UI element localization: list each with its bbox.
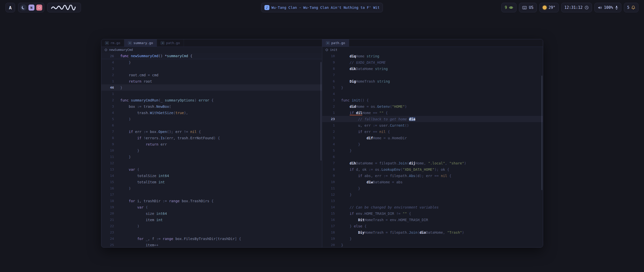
code-line[interactable]: 11 }	[322, 185, 543, 191]
clock-widget[interactable]: 12:31:12	[561, 3, 592, 12]
media-player-widget[interactable]: ♪ Wu-Tang Clan - Wu-Tang Clan Ain't Nuth…	[261, 3, 383, 12]
code-line[interactable]: 9 // $XDG_DATA_HOME	[322, 59, 543, 65]
scrollbar-left[interactable]	[320, 62, 321, 161]
code-token: }	[120, 155, 131, 159]
volume-widget[interactable]: 100%	[594, 3, 621, 12]
code-area-left[interactable]: 4 }32 root.cmd = cmd1 return root46}12fu…	[101, 59, 322, 247]
code-line[interactable]: 17 } else {	[322, 223, 543, 229]
code-line[interactable]: 14 // Can be changed by environment vari…	[322, 204, 543, 210]
code-token: int64	[156, 212, 167, 216]
weather-widget[interactable]: 29°	[539, 3, 559, 12]
code-line[interactable]: 4 }	[322, 141, 543, 147]
code-token: NewBox	[156, 105, 169, 109]
code-line[interactable]: 21 item int	[101, 217, 322, 223]
code-line[interactable]: 4 trash.WithGetSize(true),	[101, 110, 322, 116]
code-line[interactable]: 3func init() {	[322, 97, 543, 103]
code-line[interactable]: 3 box := trash.NewBox(	[101, 103, 322, 110]
code-line[interactable]: 1 if dilHome == "" {	[322, 110, 543, 116]
keyboard-layout-widget[interactable]: US	[519, 3, 537, 12]
code-line[interactable]: 1 u, err := user.Current()	[322, 122, 543, 128]
code-line[interactable]: 5}	[322, 84, 543, 91]
code-area-right[interactable]: 10 diqHome string9 // $XDG_DATA_HOME8 di…	[322, 53, 543, 247]
code-line[interactable]: 15 totalItem int	[101, 179, 322, 185]
code-line[interactable]: 4	[322, 91, 543, 97]
code-token: cmd	[152, 73, 158, 77]
code-line[interactable]: 6	[322, 154, 543, 160]
code-line[interactable]: 13 var (	[101, 166, 322, 173]
code-token: .	[148, 111, 150, 115]
code-line[interactable]: 8 if d, ok := os.LookupEnv("XDG_DATA_HOM…	[322, 166, 543, 173]
code-line[interactable]: 1	[101, 91, 322, 97]
tab-label: path.go	[166, 41, 180, 45]
code-token: HomeTrash	[356, 79, 377, 83]
code-line[interactable]: 12 }	[322, 191, 543, 198]
code-line[interactable]: 24 for _, f := range box.FilesByTrashDir…	[101, 235, 322, 242]
code-line[interactable]: 16 DitHomeTrash = env.HOME_TRASH_DIR	[322, 217, 543, 223]
breadcrumb-symbol-name: init	[330, 48, 337, 52]
code-line[interactable]: 3	[101, 65, 322, 72]
code-line[interactable]: 15 if env.HOME_TRASH_DIR != "" {	[322, 210, 543, 217]
code-line[interactable]: 20 size int64	[101, 210, 322, 217]
launcher-button[interactable]: A	[6, 3, 15, 12]
code-line[interactable]: 8 if !errors.Is(err, trash.ErrNotFound) …	[101, 135, 322, 141]
code-line[interactable]: 5 }	[322, 147, 543, 154]
code-line[interactable]: 22 )	[101, 223, 322, 229]
code-line[interactable]: 6	[101, 122, 322, 128]
code-line[interactable]: 13	[322, 198, 543, 204]
code-line[interactable]: 7 dihDataHome = filepath.Join(dijHome, "…	[322, 160, 543, 166]
updates-widget[interactable]: 9	[501, 3, 516, 12]
code-line[interactable]: 9 if abs, err := filepath.Abs(d); err ==…	[322, 173, 543, 179]
scrollbar-right[interactable]	[541, 76, 542, 190]
code-line[interactable]: 10 diwDataHome = abs	[322, 179, 543, 185]
code-line[interactable]: 17	[101, 191, 322, 198]
code-line[interactable]: 2 didHome = os.Getenv("HOME")	[322, 103, 543, 110]
code-line[interactable]: 12	[101, 160, 322, 166]
code-line[interactable]: 14 totalSize int64	[101, 173, 322, 179]
code-line[interactable]: 2 root.cmd = cmd	[101, 72, 322, 78]
code-line[interactable]: 20}	[322, 242, 543, 247]
code-token: .	[158, 136, 160, 140]
code-token: errors	[146, 136, 158, 140]
code-line[interactable]: 9 return err	[101, 141, 322, 147]
code-token: i, trashDir	[135, 199, 163, 203]
code-line[interactable]: 5 )	[101, 116, 322, 122]
tab-summary.go[interactable]: GOsummary.go	[124, 39, 157, 47]
workspace-icon-mail[interactable]	[36, 5, 42, 11]
code-line[interactable]: 4 }	[101, 59, 322, 65]
code-token: (	[415, 174, 417, 178]
code-line[interactable]: 8 dikDataHome string	[322, 65, 543, 72]
notification-count: 5	[627, 5, 629, 10]
code-line[interactable]: 10 diqHome string	[322, 53, 543, 59]
code-line[interactable]: 7 if err := box.Open(); err != nil {	[101, 128, 322, 135]
code-line[interactable]: 2 if err == nil {	[322, 128, 543, 135]
code-line[interactable]: 1 return root	[101, 78, 322, 84]
code-token: {	[386, 130, 390, 134]
notifications-widget[interactable]: 5	[624, 3, 638, 12]
breadcrumb-right[interactable]: init	[322, 47, 543, 53]
code-line[interactable]: 10 }	[101, 147, 322, 154]
code-line[interactable]: 25 item++	[101, 242, 322, 247]
code-line[interactable]: 16 )	[101, 185, 322, 191]
code-line[interactable]: 18 for i, trashDir := range box.TrashDir…	[101, 198, 322, 204]
breadcrumb-left[interactable]: newSummaryCmd	[101, 47, 322, 53]
tab-path.go[interactable]: GOpath.go	[157, 39, 184, 47]
code-line[interactable]: 46}	[101, 84, 322, 91]
line-number: 3	[101, 67, 114, 71]
code-line[interactable]: 2func summaryCmdRun(_ summaryOptions) er…	[101, 97, 322, 103]
code-token: d	[418, 174, 420, 178]
tab-path.go[interactable]: GOpath.go	[322, 39, 349, 47]
code-line[interactable]: 19 var (	[101, 204, 322, 210]
code-line[interactable]: 18 DiyHomeTrash = filepath.Join(dioDataH…	[322, 229, 543, 235]
code-line[interactable]: 23 // fallback to get home dia	[322, 116, 543, 122]
code-line[interactable]: 19 }	[322, 235, 543, 242]
tab-rm.go[interactable]: GOrm.go	[101, 39, 124, 47]
workspace-icon-1[interactable]	[20, 4, 27, 11]
workspace-icon-neovim[interactable]: N	[28, 5, 34, 11]
line-number: 1	[322, 111, 335, 115]
code-line[interactable]: 11 }	[101, 154, 322, 160]
code-line[interactable]: 3 difHome = u.HomeDir	[322, 135, 543, 141]
code-token	[341, 136, 367, 140]
code-line[interactable]: 23	[101, 229, 322, 235]
code-line[interactable]: 6 DigHomeTrash string	[322, 78, 543, 84]
code-line[interactable]: 7	[322, 72, 543, 78]
